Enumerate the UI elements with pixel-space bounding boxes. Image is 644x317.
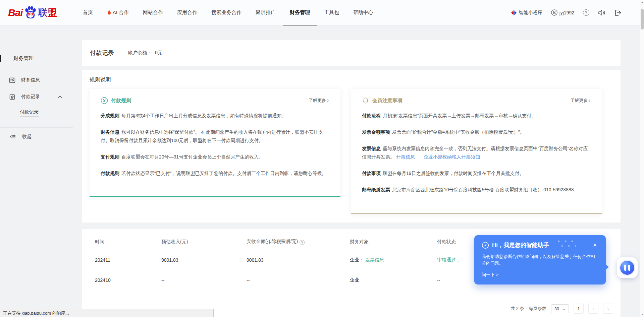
top-navbar: Bai du 联盟 首页 AI 合作 网站合作 应用: [0, 0, 644, 25]
page-scrollbar[interactable]: ▲ ▼: [640, 0, 644, 317]
logo-text-du: du: [28, 11, 33, 16]
diamond-icon: [511, 10, 517, 16]
pagination-total: 共 2 条: [511, 306, 524, 312]
scroll-up-arrow[interactable]: ▲: [640, 0, 644, 5]
nav-item-app[interactable]: 应用合作: [170, 0, 204, 25]
help-icon[interactable]: ?: [300, 240, 305, 245]
payment-rules-title: 付款规则: [111, 98, 131, 104]
flame-icon: [107, 10, 111, 15]
nav-item-ai[interactable]: AI 合作: [100, 0, 136, 25]
col-finance-object: 财务对象: [350, 239, 437, 250]
account-balance-value: 0元: [155, 50, 162, 55]
page-number-1[interactable]: 1: [574, 304, 584, 314]
col-time: 时间: [82, 239, 161, 250]
finance-info-icon: [9, 77, 15, 83]
help-icon[interactable]: ?: [583, 9, 589, 16]
cell-estimated: 9001.83: [161, 250, 247, 270]
member-notes-title: 会员注意事项: [372, 98, 402, 104]
sidebar-title-finance[interactable]: 财务管理: [0, 54, 73, 62]
sidebar-subitem-payment-records[interactable]: 付款记录: [0, 105, 73, 121]
cell-actual: --: [247, 270, 350, 290]
scroll-down-arrow[interactable]: ▼: [640, 312, 644, 317]
bell-icon: [362, 97, 369, 104]
navbar-right: 智能小程序 jyj1992 ?: [511, 9, 631, 16]
rule-item: 邮寄纸质发票北京市海淀区西北旺东路10号院百度科技园5号楼 百度联盟财务组（收）…: [362, 186, 590, 194]
per-page-label: 每页条数: [529, 306, 546, 312]
rule-item: 发票信息需与系统内发票信息内容完全一致，否则无法支付。请根据发票信息页面中“百度…: [362, 144, 590, 161]
nav-item-toolkit[interactable]: 工具包: [317, 0, 346, 25]
nav-item-home[interactable]: 首页: [76, 0, 100, 25]
user-entry[interactable]: jyj1992: [551, 9, 574, 16]
robot-icon: [619, 260, 635, 276]
assistant-message: 我会帮助您诊断合作链路问题，以及解答您关于任何合作相关的问题。: [482, 253, 598, 267]
sidebar: 财务管理 财务信息 付款记录 付款记录: [0, 25, 73, 317]
cell-time: 202410: [82, 270, 161, 290]
chevron-right-icon: ›: [607, 306, 609, 312]
sidebar-collapse-button[interactable]: 收起: [0, 128, 73, 146]
account-balance: 账户余额：0元: [128, 50, 162, 56]
cell-time: 202411: [82, 250, 161, 270]
collapse-icon: [10, 134, 16, 139]
chevron-down-icon: ⌄: [562, 306, 566, 311]
logo-text-bai: Bai: [8, 7, 23, 18]
close-icon[interactable]: ✕: [591, 242, 598, 249]
rule-item: 发票金额事项发票票面“价税合计”金额=系统中“实收金额（扣除税费后/元）”。: [362, 128, 590, 136]
rule-item: 付款事项联盟在每月19日之后签收的发票，付款时间安排在下个月首批支付。: [362, 169, 590, 178]
nav-item-search[interactable]: 搜索业务合作: [204, 0, 249, 25]
payment-records-icon: [9, 94, 15, 100]
yuan-circle-icon: [101, 97, 108, 104]
cell-finance-object: 企业: [350, 270, 437, 290]
assistant-title: Hi，我是您的智能助手: [492, 241, 549, 249]
rule-item: 分成规则每月第3或4个工作日产出上月分成信息及发票信息，如有特殊情况将提前通知。: [101, 112, 329, 120]
nav-item-help-center[interactable]: 帮助中心: [346, 0, 380, 25]
chevron-up-icon: [58, 96, 62, 98]
cell-finance-object: 企业： 发票信息: [350, 250, 437, 270]
payment-rules-more-link[interactable]: 了解更多›: [309, 98, 329, 104]
page-title: 付款记录: [90, 49, 114, 57]
member-notes-more-link[interactable]: 了解更多›: [570, 98, 590, 104]
sidebar-item-finance-info[interactable]: 财务信息: [0, 72, 73, 88]
user-icon: [551, 9, 557, 16]
speaker-icon[interactable]: [598, 9, 605, 16]
rule-item: 财务信息您可以在财务信息中选择“保留付款”。 在此期间您产生的收入将在账户内进行…: [101, 128, 329, 145]
next-page-button[interactable]: ›: [603, 304, 613, 314]
main-nav: 首页 AI 合作 网站合作 应用合作 搜索业务合作 聚屏推广 财务管理 工具包 …: [76, 0, 380, 25]
rule-item: 付款流程月初按“发票信息”页面开具发票→上传发票→邮寄发票→审核→确认支付。: [362, 112, 590, 120]
assistant-popup: Hi，我是您的智能助手 ✕ 我会帮助您诊断合作链路问题，以及解答您关于任何合作相…: [474, 235, 606, 284]
invoice-info-link[interactable]: 开票信息: [396, 154, 415, 160]
nav-item-website[interactable]: 网站合作: [136, 0, 170, 25]
page-header-card: 付款记录 账户余额：0元: [82, 40, 621, 66]
logout-icon[interactable]: [614, 9, 621, 16]
cell-estimated: --: [161, 270, 247, 290]
cell-actual: 9001.83: [247, 250, 350, 270]
chevron-right-icon: ›: [327, 98, 329, 103]
col-estimated-income: 预估收入(元): [161, 239, 247, 250]
member-notes-card: 会员注意事项 了解更多› 付款流程月初按“发票信息”页面开具发票→上传发票→邮寄…: [351, 89, 602, 214]
ask-now-link[interactable]: 问一下 >: [482, 272, 498, 278]
per-page-select[interactable]: 30 ⌄: [551, 304, 569, 313]
invoice-info-table-link[interactable]: 发票信息: [365, 257, 384, 262]
rules-section-title: 规则说明: [90, 76, 602, 83]
col-actual-amount: 实收金额(扣除税费后/元)?: [247, 239, 350, 250]
small-taxpayer-notice-link[interactable]: 企业小规模纳税人开票须知: [424, 154, 480, 160]
baidu-paw-icon: du: [23, 6, 38, 20]
rules-section: 规则说明 付款规则 了解更多› 分成规则每月第3或4个工作日产出上月: [82, 70, 621, 223]
chevron-left-icon: ‹: [593, 306, 594, 312]
rule-item: 付款规则若付款状态显示“已支付”，说明联盟已安排了您的付款。支付后三个工作日内到…: [101, 169, 329, 178]
nav-item-finance[interactable]: 财务管理: [283, 0, 317, 25]
baidu-union-logo[interactable]: Bai du 联盟: [8, 6, 57, 20]
nav-item-screen[interactable]: 聚屏推广: [249, 0, 283, 25]
assistant-robot-button[interactable]: [617, 257, 638, 278]
prev-page-button[interactable]: ‹: [588, 304, 598, 314]
logo-text-union: 联盟: [38, 6, 57, 19]
payment-rules-card: 付款规则 了解更多› 分成规则每月第3或4个工作日产出上月分成信息及发票信息，如…: [90, 89, 340, 197]
chevron-right-icon: ›: [589, 98, 590, 103]
browser-status-bubble: 正在等待 xlab.baidu.com 的响应...: [0, 309, 214, 317]
rule-item: 支付规则百度联盟会在每月20号—31号支付企业会员上个自然月产生的收入。: [101, 153, 329, 161]
scrollbar-thumb[interactable]: [641, 9, 644, 29]
sidebar-item-payment-records[interactable]: 付款记录: [0, 88, 73, 105]
mini-program-entry[interactable]: 智能小程序: [511, 10, 542, 16]
assistant-compass-icon: [482, 242, 489, 249]
